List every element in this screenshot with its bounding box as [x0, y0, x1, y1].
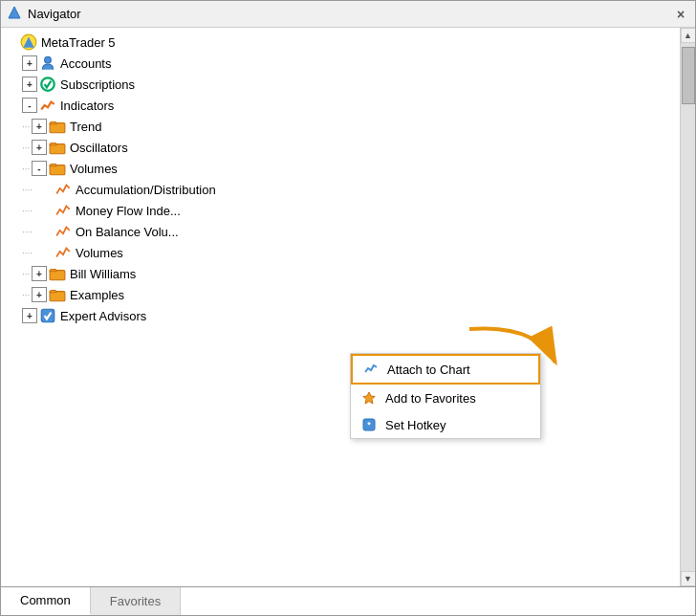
navigator-window: Navigator × MetaTrader 5 +	[0, 0, 696, 616]
scrollbar-thumb[interactable]	[682, 47, 695, 104]
folder-trend-icon	[49, 118, 66, 135]
volumes-folder-label: Volumes	[70, 162, 118, 176]
expert-advisors-label: Expert Advisors	[60, 309, 146, 323]
svg-marker-11	[363, 392, 375, 404]
folder-examples-icon	[49, 286, 66, 303]
scrollbar: ▲ ▼	[680, 28, 695, 586]
context-menu-add-to-favorites[interactable]: Add to Favorites	[351, 385, 540, 411]
expander-expert-advisors[interactable]: +	[22, 308, 37, 323]
subscriptions-icon	[39, 76, 56, 93]
context-menu: Attach to Chart Add to Favorites	[350, 353, 541, 439]
tree-root[interactable]: MetaTrader 5	[1, 32, 680, 53]
scrollbar-track[interactable]	[681, 43, 695, 571]
money-flow-label: Money Flow Inde...	[76, 204, 181, 218]
favorites-icon	[360, 389, 378, 407]
set-hotkey-label: Set Hotkey	[385, 418, 446, 432]
title-bar: Navigator ×	[1, 1, 695, 28]
tree-item-money-flow[interactable]: ···· Money Flow Inde...	[1, 200, 680, 221]
expander-bill-williams[interactable]: +	[32, 266, 47, 281]
oscillators-label: Oscillators	[70, 141, 128, 155]
bill-williams-label: Bill Williams	[70, 267, 136, 281]
tree-item-examples[interactable]: ··· + Examples	[1, 284, 680, 305]
close-button[interactable]: ×	[672, 6, 689, 23]
folder-oscillators-icon	[49, 139, 66, 156]
expander-trend[interactable]: +	[32, 119, 47, 134]
subscriptions-label: Subscriptions	[60, 77, 135, 92]
examples-label: Examples	[70, 288, 124, 302]
expander-accounts[interactable]: +	[22, 55, 37, 71]
root-label: MetaTrader 5	[41, 35, 116, 50]
folder-bill-williams-icon	[49, 265, 66, 282]
expander-indicators[interactable]: -	[22, 98, 37, 113]
tree-item-acc-dist[interactable]: ···· Accumulation/Distribution	[1, 179, 680, 200]
accounts-label: Accounts	[60, 56, 111, 71]
accounts-icon	[39, 55, 56, 72]
context-menu-attach-to-chart[interactable]: Attach to Chart	[351, 354, 540, 385]
tree-item-expert-advisors[interactable]: + Expert Advisors	[1, 305, 680, 326]
trend-label: Trend	[70, 120, 101, 134]
attach-to-chart-label: Attach to Chart	[387, 363, 470, 377]
indicator-money-flow-icon	[54, 202, 72, 219]
acc-dist-label: Accumulation/Distribution	[76, 183, 216, 197]
svg-text:*: *	[367, 420, 371, 429]
indicator-on-balance-icon	[54, 223, 72, 240]
metatrader-icon	[20, 33, 37, 51]
indicator-acc-dist-icon	[54, 181, 72, 198]
tree-item-subscriptions[interactable]: + Subscriptions	[1, 74, 680, 95]
tab-common[interactable]: Common	[1, 587, 91, 615]
expander-subscriptions[interactable]: +	[22, 77, 37, 92]
expander-oscillators[interactable]: +	[32, 140, 47, 155]
bottom-tabs: Common Favorites	[1, 586, 695, 615]
folder-volumes-icon	[49, 160, 66, 177]
title-bar-left: Navigator	[7, 5, 81, 23]
tree-item-volumes-folder[interactable]: ··· - Volumes	[1, 158, 680, 179]
tree-item-trend[interactable]: ··· + Trend	[1, 116, 680, 137]
indicators-label: Indicators	[60, 99, 114, 113]
hotkey-icon: *	[360, 416, 378, 433]
svg-marker-0	[9, 7, 20, 18]
indicators-icon	[39, 97, 56, 114]
svg-point-3	[45, 56, 52, 63]
tree-item-indicators[interactable]: - Indicators	[1, 95, 680, 116]
main-area: MetaTrader 5 + Accounts +	[1, 28, 695, 586]
scrollbar-up[interactable]: ▲	[681, 28, 696, 43]
scrollbar-down[interactable]: ▼	[681, 571, 696, 586]
tree-item-accounts[interactable]: + Accounts	[1, 53, 680, 74]
add-to-favorites-label: Add to Favorites	[385, 391, 476, 406]
tree-item-oscillators[interactable]: ··· + Oscillators	[1, 137, 680, 158]
expander-examples[interactable]: +	[32, 287, 47, 302]
indicator-volumes-icon	[54, 244, 72, 261]
context-menu-set-hotkey[interactable]: * Set Hotkey	[351, 411, 540, 438]
ea-icon	[39, 307, 56, 324]
window-title: Navigator	[28, 7, 81, 21]
expander-volumes[interactable]: -	[32, 161, 47, 176]
tree-item-on-balance[interactable]: ···· On Balance Volu...	[1, 221, 680, 242]
tree-item-bill-williams[interactable]: ··· + Bill Williams	[1, 263, 680, 284]
tree-area: MetaTrader 5 + Accounts +	[1, 28, 680, 586]
on-balance-label: On Balance Volu...	[76, 225, 179, 239]
navigator-icon	[7, 5, 22, 23]
tab-favorites[interactable]: Favorites	[91, 587, 181, 615]
attach-chart-icon	[362, 361, 380, 378]
tree-item-volumes-item[interactable]: ···· Volumes	[1, 242, 680, 263]
volumes-item-label: Volumes	[76, 246, 123, 260]
